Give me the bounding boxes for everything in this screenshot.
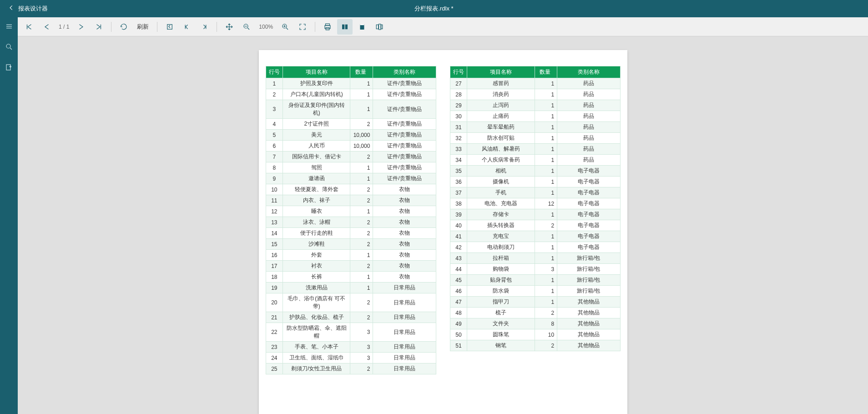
- cell-category: 衣物: [373, 250, 436, 261]
- table-row: 36摄像机1电子电器: [450, 177, 620, 187]
- fullscreen-button[interactable]: [295, 19, 310, 35]
- cell-qty: 1: [535, 177, 557, 187]
- refresh-icon[interactable]: [116, 19, 131, 35]
- col-header-cat: 类别名称: [557, 66, 620, 78]
- cell-category: 日常用品: [373, 353, 436, 364]
- cell-row-no: 13: [266, 217, 283, 228]
- table-row: 46防水袋1旅行箱/包: [450, 286, 620, 297]
- cell-qty: 1: [535, 89, 557, 100]
- page-scroll[interactable]: 行号 项目名称 数量 类别名称 1护照及复印件1证件/贵重物品2户口本(儿童国内…: [18, 36, 868, 414]
- cell-qty: 1: [350, 78, 373, 89]
- cell-item-name: 消炎药: [467, 89, 535, 100]
- cell-row-no: 11: [266, 195, 283, 206]
- move-tool-button[interactable]: [222, 19, 237, 35]
- cell-qty: 2: [350, 364, 373, 374]
- zoom-level[interactable]: 100%: [256, 24, 276, 30]
- cell-qty: 3: [350, 353, 373, 364]
- cell-row-no: 22: [266, 323, 283, 342]
- cell-qty: 2: [350, 184, 373, 195]
- cell-category: 衣物: [373, 195, 436, 206]
- table-row: 1护照及复印件1证件/贵重物品: [266, 78, 436, 89]
- table-row: 31晕车晕船药1药品: [450, 122, 620, 133]
- cell-category: 衣物: [373, 261, 436, 272]
- first-page-button[interactable]: [21, 19, 37, 35]
- cell-qty: 1: [535, 209, 557, 220]
- cell-category: 药品: [557, 122, 620, 133]
- cell-item-name: 文件夹: [467, 318, 535, 329]
- prev-page-button[interactable]: [39, 19, 54, 35]
- continuous-view-button[interactable]: [354, 19, 370, 35]
- cell-category: 证件/贵重物品: [373, 141, 436, 151]
- single-page-view-button[interactable]: [337, 19, 353, 35]
- cell-qty: 1: [350, 100, 373, 119]
- cell-item-name: 身份证及复印件(国内转机): [283, 100, 350, 119]
- cell-row-no: 43: [450, 253, 467, 264]
- table-row: 47指甲刀1其他物品: [450, 297, 620, 308]
- cell-item-name: 感冒药: [467, 78, 535, 89]
- table-row: 48梳子2其他物品: [450, 308, 620, 318]
- back-button[interactable]: [5, 5, 18, 13]
- cell-qty: 3: [535, 264, 557, 275]
- cell-qty: 10,000: [350, 130, 373, 141]
- cell-qty: 1: [535, 286, 557, 297]
- export-icon[interactable]: [5, 63, 14, 72]
- cell-item-name: 钢笔: [467, 340, 535, 351]
- step-back-button[interactable]: [179, 19, 195, 35]
- report-page: 行号 项目名称 数量 类别名称 1护照及复印件1证件/贵重物品2户口本(儿童国内…: [259, 50, 627, 414]
- cell-category: 药品: [557, 144, 620, 155]
- zoom-out-button[interactable]: [239, 19, 254, 35]
- table-row: 22防水型防晒霜、伞、遮阳帽3日常用品: [266, 323, 436, 342]
- step-forward-button[interactable]: [197, 19, 212, 35]
- svg-line-4: [10, 48, 12, 50]
- cell-item-name: 个人疾病常备药: [467, 155, 535, 166]
- cell-qty: 1: [535, 133, 557, 144]
- cell-qty: 2: [350, 239, 373, 250]
- col-header-name: 项目名称: [283, 66, 350, 78]
- table-row: 18长裤1衣物: [266, 272, 436, 283]
- cell-row-no: 12: [266, 206, 283, 217]
- table-row: 20毛巾、浴巾(酒店有 可不带)2日常用品: [266, 293, 436, 312]
- cell-qty: 10: [535, 329, 557, 340]
- cell-item-name: 防水创可贴: [467, 133, 535, 144]
- cell-item-name: 相机: [467, 166, 535, 177]
- cell-row-no: 46: [450, 286, 467, 297]
- cell-item-name: 止泻药: [467, 100, 535, 111]
- table-row: 12睡衣1衣物: [266, 206, 436, 217]
- cell-item-name: 充电宝: [467, 231, 535, 242]
- cell-row-no: 17: [266, 261, 283, 272]
- cell-qty: 1: [535, 100, 557, 111]
- cell-category: 药品: [557, 155, 620, 166]
- table-row: 24卫生纸、面纸、湿纸巾3日常用品: [266, 353, 436, 364]
- cell-category: 药品: [557, 89, 620, 100]
- table-row: 10轻便夏装、薄外套2衣物: [266, 184, 436, 195]
- table-row: 51钢笔2其他物品: [450, 340, 620, 351]
- next-page-button[interactable]: [74, 19, 89, 35]
- refresh-label[interactable]: 刷新: [133, 23, 152, 31]
- cell-item-name: 电池、充电器: [467, 198, 535, 209]
- viewer-area: 1 / 1 刷新 100% 行号 项目名称 数量: [18, 17, 868, 414]
- print-button[interactable]: [320, 19, 335, 35]
- zoom-in-button[interactable]: [278, 19, 293, 35]
- cell-item-name: 洗漱用品: [283, 283, 350, 293]
- cell-qty: 8: [535, 318, 557, 329]
- cell-item-name: 卫生纸、面纸、湿纸巾: [283, 353, 350, 364]
- svg-rect-24: [379, 24, 381, 30]
- cell-item-name: 便于行走的鞋: [283, 228, 350, 239]
- cell-row-no: 44: [450, 264, 467, 275]
- cell-qty: 2: [535, 308, 557, 318]
- gallery-view-button[interactable]: [372, 19, 387, 35]
- table-row: 7国际信用卡、借记卡2证件/贵重物品: [266, 151, 436, 162]
- table-row: 29止泻药1药品: [450, 100, 620, 111]
- cell-row-no: 39: [450, 209, 467, 220]
- last-page-button[interactable]: [91, 19, 106, 35]
- search-icon[interactable]: [5, 42, 14, 51]
- table-row: 16外套1衣物: [266, 250, 436, 261]
- back-history-button[interactable]: [162, 19, 177, 35]
- table-row: 3身份证及复印件(国内转机)1证件/贵重物品: [266, 100, 436, 119]
- cell-category: 证件/贵重物品: [373, 151, 436, 162]
- cell-item-name: 摄像机: [467, 177, 535, 187]
- cell-item-name: 邀请函: [283, 173, 350, 184]
- cell-item-name: 晕车晕船药: [467, 122, 535, 133]
- cell-item-name: 外套: [283, 250, 350, 261]
- menu-icon[interactable]: [5, 22, 14, 31]
